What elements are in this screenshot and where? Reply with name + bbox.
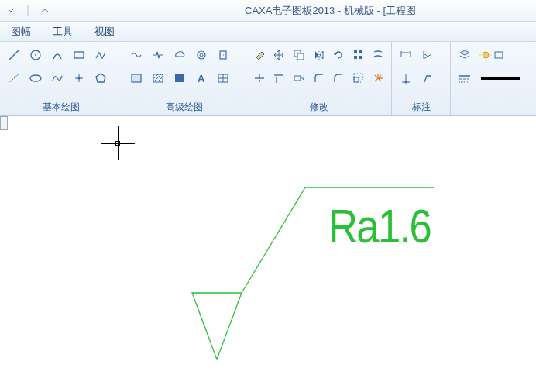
- svg-text:A: A: [198, 73, 205, 84]
- menu-view[interactable]: 视图: [94, 25, 115, 39]
- svg-point-11: [198, 51, 205, 59]
- svg-line-5: [9, 74, 19, 83]
- svg-line-17: [154, 74, 161, 81]
- canvas-tab[interactable]: [0, 116, 8, 130]
- circle-tool-icon[interactable]: [26, 46, 45, 64]
- ribbon-group-modify: 修改: [246, 42, 392, 115]
- menubar: 图幅 工具 视图: [0, 22, 536, 42]
- wave-line-icon[interactable]: [127, 46, 146, 64]
- offset-tool-icon[interactable]: [369, 46, 387, 64]
- group-label-basic: 基本绘图: [5, 98, 117, 115]
- explode-tool-icon[interactable]: [369, 69, 387, 88]
- arc-tool-icon[interactable]: [48, 46, 67, 64]
- trim-tool-icon[interactable]: [251, 69, 268, 88]
- gear-tool-icon[interactable]: [192, 46, 211, 64]
- group-label-modify: 修改: [251, 98, 387, 115]
- svg-rect-20: [175, 74, 184, 82]
- svg-rect-15: [132, 74, 141, 82]
- break-line-icon[interactable]: [149, 46, 167, 64]
- linetype-icon[interactable]: [455, 69, 474, 88]
- line-tool-icon[interactable]: [5, 46, 23, 64]
- text-tool-icon[interactable]: A: [192, 69, 211, 88]
- ribbon-group-basic-draw: 基本绘图: [0, 42, 122, 115]
- svg-point-47: [483, 52, 489, 58]
- svg-rect-29: [359, 50, 362, 53]
- extend-tool-icon[interactable]: [271, 69, 288, 88]
- spline-tool-icon[interactable]: [48, 69, 67, 88]
- stretch-tool-icon[interactable]: [290, 69, 308, 88]
- point-tool-icon[interactable]: [70, 69, 88, 88]
- svg-rect-38: [294, 76, 301, 81]
- fill-tool-icon[interactable]: [170, 69, 189, 88]
- svg-marker-10: [96, 74, 105, 82]
- hatch-tool-icon[interactable]: [149, 69, 167, 88]
- svg-point-46: [405, 81, 407, 84]
- hole-shaft-icon[interactable]: [214, 46, 232, 64]
- svg-rect-4: [74, 52, 84, 58]
- svg-point-3: [35, 54, 36, 56]
- titlebar: CAXA电子图板2013 - 机械版 - [工程图: [0, 0, 536, 22]
- layer-icon[interactable]: [455, 46, 474, 64]
- roughness-tool-icon[interactable]: [418, 69, 437, 88]
- rectangle-tool-icon[interactable]: [70, 46, 88, 64]
- menu-paper[interactable]: 图幅: [11, 25, 31, 39]
- ribbon-group-annotate: 标注: [392, 42, 451, 115]
- construction-line-icon[interactable]: [5, 69, 23, 88]
- ribbon-group-properties: [451, 42, 528, 115]
- svg-point-12: [200, 53, 203, 57]
- dimension-angular-icon[interactable]: [418, 46, 437, 64]
- array-tool-icon[interactable]: [350, 46, 367, 64]
- window-title: CAXA电子图板2013 - 机械版 - [工程图: [245, 4, 416, 18]
- qat-minimize-ribbon-icon[interactable]: [39, 5, 51, 17]
- chamfer-tool-icon[interactable]: [330, 69, 347, 88]
- polyline-tool-icon[interactable]: [91, 46, 110, 64]
- fillet-tool-icon[interactable]: [311, 69, 328, 88]
- group-label-annotate: 标注: [397, 98, 445, 115]
- qat-separator-icon: [22, 5, 34, 17]
- move-tool-icon[interactable]: [271, 46, 288, 64]
- svg-rect-30: [354, 56, 357, 59]
- scale-tool-icon[interactable]: [350, 69, 367, 88]
- svg-rect-48: [495, 52, 503, 58]
- ribbon: 基本绘图 A 高级绘图: [0, 42, 536, 116]
- cloud-tool-icon[interactable]: [170, 46, 189, 64]
- roughness-value-text: Ra1.6: [328, 198, 431, 253]
- polygon-tool-icon[interactable]: [91, 69, 110, 88]
- svg-rect-28: [354, 50, 357, 53]
- svg-line-19: [158, 77, 162, 81]
- svg-rect-26: [297, 53, 304, 60]
- group-label-advanced: 高级绘图: [127, 98, 241, 115]
- drawing-canvas[interactable]: Ra1.6: [0, 116, 536, 392]
- svg-rect-31: [359, 56, 362, 59]
- svg-point-6: [30, 75, 41, 81]
- menu-tools[interactable]: 工具: [53, 25, 73, 39]
- lineweight-preview[interactable]: [477, 70, 524, 86]
- mirror-tool-icon[interactable]: [311, 46, 328, 64]
- table-tool-icon[interactable]: [214, 69, 232, 88]
- region-tool-icon[interactable]: [127, 69, 146, 88]
- svg-rect-39: [354, 77, 359, 82]
- svg-marker-54: [192, 293, 242, 359]
- layer-state-icon[interactable]: [477, 46, 510, 64]
- copy-tool-icon[interactable]: [290, 46, 308, 64]
- erase-tool-icon[interactable]: [251, 46, 268, 64]
- svg-line-1: [9, 50, 19, 60]
- ribbon-group-advanced-draw: A 高级绘图: [122, 42, 246, 115]
- qat-dropdown-icon[interactable]: [5, 5, 17, 17]
- ellipse-tool-icon[interactable]: [26, 69, 45, 88]
- svg-line-53: [242, 187, 305, 293]
- rotate-tool-icon[interactable]: [330, 46, 347, 64]
- coord-dim-icon[interactable]: [397, 69, 415, 88]
- dimension-linear-icon[interactable]: [397, 46, 415, 64]
- quick-access-toolbar: [0, 5, 51, 17]
- group-label-properties: [455, 100, 524, 115]
